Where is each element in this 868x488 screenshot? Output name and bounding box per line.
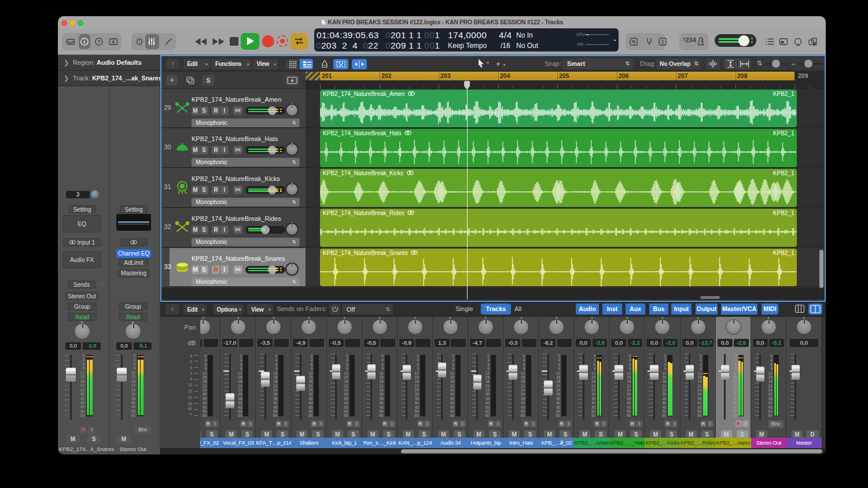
svg-text:?: ? (97, 39, 100, 45)
svg-text:S: S (661, 39, 664, 45)
